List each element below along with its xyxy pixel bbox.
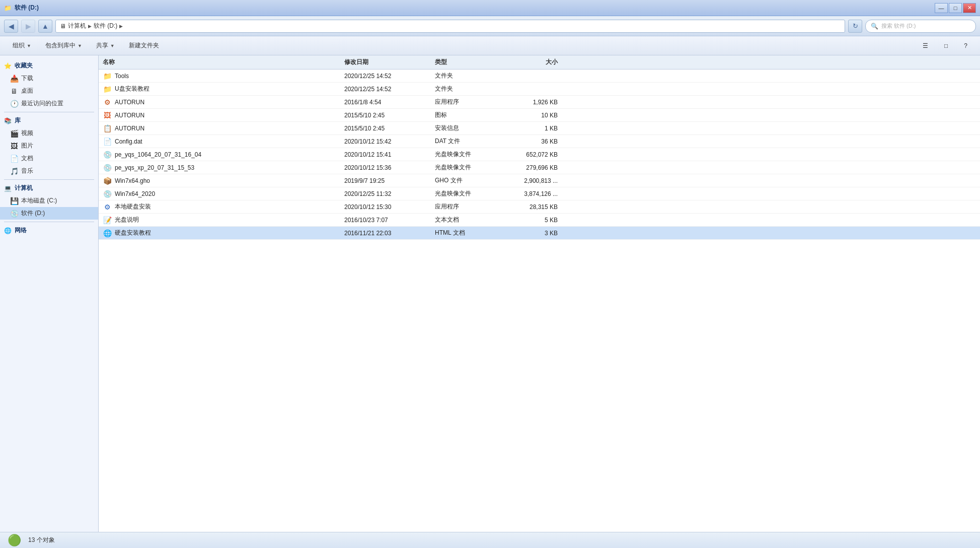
table-row[interactable]: ⚙ AUTORUN 2016/1/8 4:54 应用程序 1,926 KB <box>99 96 980 109</box>
file-date: 2020/12/25 11:32 <box>340 190 431 197</box>
status-icon: 🟢 <box>6 532 22 549</box>
table-row[interactable]: 📁 Tools 2020/12/25 14:52 文件夹 <box>99 70 980 83</box>
table-row[interactable]: 📋 AUTORUN 2015/5/10 2:45 安装信息 1 KB <box>99 122 980 135</box>
status-count: 13 个对象 <box>28 536 55 544</box>
network-label: 网络 <box>15 226 27 235</box>
view-button[interactable]: ☰ <box>916 39 935 53</box>
file-type-icon: ⚙ <box>103 202 112 212</box>
file-type-icon: 💿 <box>103 189 112 198</box>
up-button[interactable]: ▲ <box>38 20 52 33</box>
table-row[interactable]: 💿 Win7x64_2020 2020/12/25 11:32 光盘映像文件 3… <box>99 187 980 200</box>
table-row[interactable]: 📁 U盘安装教程 2020/12/25 14:52 文件夹 <box>99 83 980 96</box>
network-icon: 🌐 <box>4 227 12 234</box>
breadcrumb-drive[interactable]: 软件 (D:) <box>94 22 117 30</box>
share-button[interactable]: 共享 ▼ <box>90 39 121 53</box>
table-row[interactable]: 💿 pe_yqs_1064_20_07_31_16_04 2020/10/12 … <box>99 148 980 161</box>
table-row[interactable]: 🖼 AUTORUN 2015/5/10 2:45 图标 10 KB <box>99 109 980 122</box>
back-button[interactable]: ◀ <box>4 20 18 33</box>
sidebar-item-documents[interactable]: 📄 文档 <box>0 152 98 165</box>
window-title: 软件 (D:) <box>15 4 39 12</box>
main-layout: ⭐ 收藏夹 📥 下载 🖥 桌面 🕐 最近访问的位置 📚 库 <box>0 55 980 532</box>
close-button[interactable]: ✕ <box>963 3 976 13</box>
preview-button[interactable]: □ <box>938 39 954 53</box>
table-row[interactable]: 💿 pe_yqs_xp_20_07_31_15_53 2020/10/12 15… <box>99 161 980 174</box>
sidebar-section-network: 🌐 网络 <box>0 224 98 237</box>
file-size: 28,315 KB <box>501 203 562 211</box>
file-list-header: 名称 修改日期 类型 大小 <box>99 55 980 70</box>
new-folder-button[interactable]: 新建文件夹 <box>122 39 166 53</box>
window-icon: 📁 <box>4 5 12 12</box>
table-row[interactable]: 📦 Win7x64.gho 2019/9/7 19:25 GHO 文件 2,90… <box>99 174 980 187</box>
col-header-date[interactable]: 修改日期 <box>340 58 431 66</box>
recent-label: 最近访问的位置 <box>21 99 63 108</box>
table-row[interactable]: 📝 光盘说明 2016/10/23 7:07 文本文档 5 KB <box>99 214 980 227</box>
table-row[interactable]: 🌐 硬盘安装教程 2016/11/21 22:03 HTML 文档 3 KB <box>99 227 980 240</box>
sidebar-header-library[interactable]: 📚 库 <box>0 114 98 127</box>
file-date: 2015/5/10 2:45 <box>340 125 431 132</box>
sidebar-header-computer[interactable]: 💻 计算机 <box>0 182 98 194</box>
file-type: 光盘映像文件 <box>431 163 501 172</box>
sidebar-item-music[interactable]: 🎵 音乐 <box>0 165 98 177</box>
include-chevron: ▼ <box>78 43 82 48</box>
file-size: 10 KB <box>501 112 562 119</box>
file-type-icon: 💿 <box>103 163 112 172</box>
forward-button[interactable]: ▶ <box>21 20 35 33</box>
breadcrumb-icon: 🖥 <box>60 23 66 30</box>
file-size: 5 KB <box>501 217 562 224</box>
table-row[interactable]: 📄 Config.dat 2020/10/12 15:42 DAT 文件 36 … <box>99 135 980 148</box>
sidebar-item-drive-d[interactable]: 💿 软件 (D:) <box>0 207 98 220</box>
file-date: 2020/10/12 15:36 <box>340 164 431 171</box>
breadcrumb-computer[interactable]: 计算机 <box>68 22 86 30</box>
file-size: 3 KB <box>501 230 562 237</box>
file-name: 📁 Tools <box>99 72 340 81</box>
sidebar-header-favorites[interactable]: ⭐ 收藏夹 <box>0 59 98 72</box>
table-row[interactable]: ⚙ 本地硬盘安装 2020/10/12 15:30 应用程序 28,315 KB <box>99 200 980 214</box>
include-label: 包含到库中 <box>45 41 76 50</box>
toolbar-right: ☰ □ ? <box>916 39 974 53</box>
col-header-name[interactable]: 名称 <box>99 58 340 66</box>
file-list: 📁 Tools 2020/12/25 14:52 文件夹 📁 U盘安装教程 20… <box>99 70 980 532</box>
file-size: 2,900,813 ... <box>501 177 562 184</box>
sidebar-item-video[interactable]: 🎬 视频 <box>0 127 98 140</box>
file-date: 2020/12/25 14:52 <box>340 86 431 93</box>
file-type-icon: 📋 <box>103 124 112 133</box>
file-size: 1 KB <box>501 125 562 132</box>
sidebar-item-drive-c[interactable]: 💾 本地磁盘 (C:) <box>0 194 98 207</box>
col-header-type[interactable]: 类型 <box>431 58 501 66</box>
file-type-icon: ⚙ <box>103 98 112 107</box>
file-size: 36 KB <box>501 138 562 145</box>
col-header-size[interactable]: 大小 <box>501 58 562 66</box>
refresh-button[interactable]: ↻ <box>848 20 862 33</box>
library-icon: 📚 <box>4 117 12 124</box>
sidebar-item-recent[interactable]: 🕐 最近访问的位置 <box>0 97 98 110</box>
file-date: 2016/10/23 7:07 <box>340 217 431 224</box>
file-type: 文件夹 <box>431 85 501 93</box>
share-chevron: ▼ <box>110 43 115 48</box>
search-bar[interactable]: 🔍 搜索 软件 (D:) <box>865 20 976 33</box>
organize-button[interactable]: 组织 ▼ <box>6 39 38 53</box>
sidebar-section-library: 📚 库 🎬 视频 🖼 图片 📄 文档 🎵 音乐 <box>0 114 98 177</box>
maximize-button[interactable]: □ <box>949 3 962 13</box>
sidebar-item-desktop[interactable]: 🖥 桌面 <box>0 85 98 97</box>
file-name: 🖼 AUTORUN <box>99 111 340 120</box>
breadcrumb-sep-2: ▶ <box>119 24 123 29</box>
file-date: 2019/9/7 19:25 <box>340 177 431 184</box>
minimize-button[interactable]: — <box>935 3 948 13</box>
sidebar-section-computer: 💻 计算机 💾 本地磁盘 (C:) 💿 软件 (D:) <box>0 182 98 220</box>
file-size: 3,874,126 ... <box>501 190 562 197</box>
file-size: 279,696 KB <box>501 164 562 171</box>
sidebar-header-network[interactable]: 🌐 网络 <box>0 224 98 237</box>
file-size: 652,072 KB <box>501 151 562 158</box>
breadcrumb-sep-1: ▶ <box>88 24 92 29</box>
file-date: 2016/11/21 22:03 <box>340 230 431 237</box>
pictures-label: 图片 <box>21 142 33 150</box>
file-type: 光盘映像文件 <box>431 189 501 198</box>
sidebar-item-pictures[interactable]: 🖼 图片 <box>0 140 98 152</box>
computer-label: 计算机 <box>15 184 33 192</box>
status-bar: 🟢 13 个对象 <box>0 532 980 548</box>
file-date: 2020/10/12 15:41 <box>340 151 431 158</box>
drive-d-label: 软件 (D:) <box>21 209 45 218</box>
sidebar-item-downloads[interactable]: 📥 下载 <box>0 72 98 85</box>
include-button[interactable]: 包含到库中 ▼ <box>39 39 89 53</box>
help-button[interactable]: ? <box>957 39 974 53</box>
